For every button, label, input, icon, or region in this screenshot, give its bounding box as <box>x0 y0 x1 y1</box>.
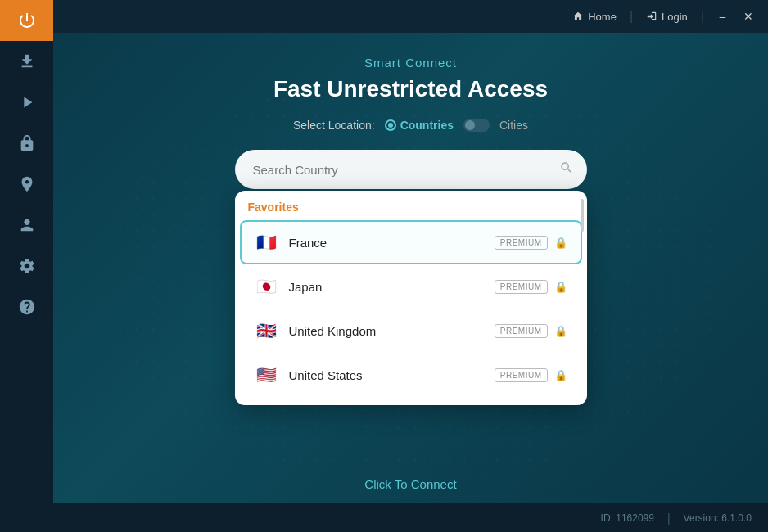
toggle-thumb <box>465 120 475 130</box>
countries-radio-dot <box>385 119 396 131</box>
premium-badge-us: PREMIUM <box>495 368 548 382</box>
login-button[interactable]: Login <box>639 7 694 26</box>
flag-france: 🇫🇷 <box>255 230 279 255</box>
lock-icon-us: 🔒 <box>554 369 567 381</box>
location-selector: Select Location: Countries Cities <box>293 119 528 132</box>
country-item-france[interactable]: 🇫🇷 France PREMIUM 🔒 <box>240 220 582 264</box>
click-to-connect[interactable]: Click To Connect <box>364 477 456 491</box>
premium-badge-japan: PREMIUM <box>495 280 548 294</box>
flag-us: 🇺🇸 <box>255 363 279 387</box>
country-name-us: United States <box>289 368 495 382</box>
sidebar-download[interactable] <box>0 41 53 82</box>
lock-icon-japan: 🔒 <box>554 281 567 293</box>
search-container: Favorites 🇫🇷 France PREMIUM 🔒 🇯🇵 Japan P… <box>235 150 587 189</box>
dropdown-scrollbar[interactable] <box>581 199 584 232</box>
premium-badge-uk: PREMIUM <box>495 324 548 338</box>
title-bar-nav: Home | Login | ‒ ✕ <box>566 5 760 28</box>
select-location-label: Select Location: <box>293 119 375 132</box>
power-button[interactable] <box>0 0 53 41</box>
close-button[interactable]: ✕ <box>737 5 760 28</box>
main-title: Fast Unrestricted Access <box>273 76 548 102</box>
favorites-title: Favorites <box>235 191 587 220</box>
footer-divider: | <box>667 512 671 525</box>
country-item-japan[interactable]: 🇯🇵 Japan PREMIUM 🔒 <box>240 264 582 309</box>
lock-icon-uk: 🔒 <box>554 325 567 337</box>
footer: ID: 1162099 | Version: 6.1.0.0 <box>53 503 768 532</box>
sidebar-help[interactable] <box>0 286 53 327</box>
lock-icon-france: 🔒 <box>554 237 567 249</box>
search-input[interactable] <box>235 150 587 189</box>
country-name-uk: United Kingdom <box>289 324 495 338</box>
sidebar-play[interactable] <box>0 82 53 123</box>
sidebar-lock[interactable] <box>0 123 53 164</box>
flag-japan: 🇯🇵 <box>255 274 279 299</box>
nav-divider-2: | <box>701 9 704 24</box>
smart-connect-label: Smart Connect <box>364 56 457 70</box>
footer-id: ID: 1162099 <box>601 512 654 524</box>
cities-label: Cities <box>499 119 528 132</box>
title-bar: Home | Login | ‒ ✕ <box>53 0 768 33</box>
country-item-uk[interactable]: 🇬🇧 United Kingdom PREMIUM 🔒 <box>240 309 582 353</box>
sidebar-settings[interactable] <box>0 246 53 286</box>
home-button[interactable]: Home <box>566 7 623 26</box>
country-dropdown: Favorites 🇫🇷 France PREMIUM 🔒 🇯🇵 Japan P… <box>235 191 587 405</box>
countries-label: Countries <box>400 119 454 132</box>
footer-version: Version: 6.1.0.0 <box>684 512 752 524</box>
nav-divider: | <box>630 9 633 24</box>
main-content: Smart Connect Fast Unrestricted Access S… <box>53 33 768 532</box>
minimize-button[interactable]: ‒ <box>711 5 734 28</box>
country-name-france: France <box>289 236 495 250</box>
premium-badge-france: PREMIUM <box>495 236 548 250</box>
location-toggle[interactable] <box>463 119 490 132</box>
country-item-us[interactable]: 🇺🇸 United States PREMIUM 🔒 <box>240 353 582 397</box>
sidebar <box>0 0 53 532</box>
countries-radio[interactable]: Countries <box>385 119 454 132</box>
flag-uk: 🇬🇧 <box>255 318 279 343</box>
sidebar-user[interactable] <box>0 205 53 246</box>
sidebar-ip[interactable] <box>0 164 53 205</box>
search-icon[interactable] <box>559 160 574 178</box>
country-name-japan: Japan <box>289 280 495 294</box>
